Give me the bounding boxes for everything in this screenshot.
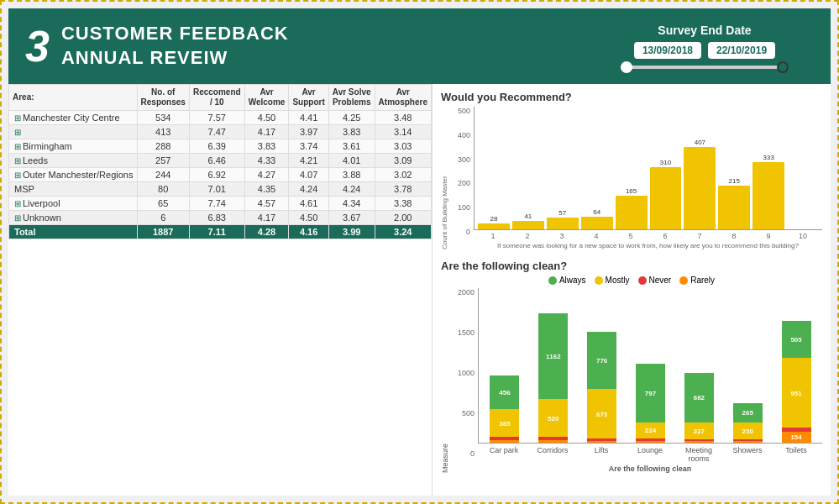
responses-cell: 413 (137, 125, 189, 139)
header: 3 CUSTOMER FEEDBACK ANNUAL REVEIW Survey… (8, 8, 831, 84)
solve-cell: 3.61 (328, 139, 375, 154)
rec-x-label: 9 (752, 232, 784, 240)
welcome-cell: 4.57 (244, 197, 289, 211)
legend-color (548, 276, 557, 285)
area-cell: ⊞Liverpool (9, 197, 138, 211)
rec-bar (718, 186, 750, 229)
rec-x-title: If someone was looking for a new space t… (474, 242, 822, 249)
rec-bar-group: 57 (547, 209, 579, 229)
legend-label: Always (559, 276, 586, 285)
col-responses: No. ofResponses (137, 85, 189, 111)
total-label: Total (9, 225, 138, 239)
bar-segment-always: 776 (587, 332, 616, 389)
support-cell: 4.50 (289, 211, 328, 225)
rec-x-label: 1 (477, 232, 509, 240)
solve-cell: 3.83 (328, 125, 375, 139)
rec-bar-value: 407 (695, 139, 705, 146)
bar-segment-label: 1162 (538, 353, 568, 360)
date-pills: 13/09/2018 22/10/2019 (595, 42, 814, 59)
rec-bar (478, 223, 510, 229)
stacked-bar: 227682 (684, 373, 714, 443)
logo-section: 3 CUSTOMER FEEDBACK ANNUAL REVEIW (25, 22, 289, 70)
date-slider[interactable] (621, 66, 789, 69)
rec-bars: 28 41 57 64 165 310 407 215 333 (474, 107, 822, 230)
rec-bar-value: 333 (763, 154, 774, 161)
clean-x-label: Lounge (629, 446, 671, 463)
welcome-cell: 4.17 (244, 125, 289, 139)
clean-bar-group: 385456 (484, 375, 526, 443)
atmosphere-cell: 3.78 (375, 182, 431, 197)
bar-segment-label: 224 (636, 427, 665, 434)
rec-bar (684, 147, 716, 229)
rec-x-label: 7 (684, 232, 716, 240)
atmosphere-cell: 3.38 (375, 197, 431, 211)
bar-segment-never (782, 428, 811, 431)
clean-x-label: Car park (483, 446, 525, 463)
bar-segment-label: 520 (538, 414, 568, 422)
atmosphere-cell: 3.03 (375, 139, 431, 154)
rec-bar-value: 165 (626, 187, 637, 195)
total-recommend: 7.11 (189, 225, 244, 239)
date-from[interactable]: 13/09/2018 (634, 42, 701, 59)
bar-segment-label: 456 (490, 388, 519, 396)
solve-cell: 4.34 (328, 197, 375, 211)
bar-segment-label: 776 (587, 357, 616, 365)
bar-segment-mostly: 230 (733, 423, 763, 439)
legend-item: Always (548, 276, 586, 285)
col-area: Area: (9, 85, 138, 111)
rec-bar-group: 215 (718, 177, 750, 229)
stacked-bar: 224797 (636, 364, 665, 443)
welcome-cell: 3.83 (244, 139, 289, 154)
date-to[interactable]: 22/10/2019 (708, 42, 775, 59)
support-cell: 4.07 (289, 168, 328, 182)
stacked-bar: 154951505 (782, 321, 811, 443)
bar-segment-mostly: 224 (636, 423, 665, 439)
atmosphere-cell: 2.00 (375, 211, 431, 225)
clean-bar-group: 230265 (726, 403, 768, 443)
bar-segment-mostly: 227 (684, 423, 714, 439)
rec-bar-value: 57 (558, 209, 566, 217)
recommend-cell: 7.74 (189, 197, 244, 211)
rec-y-title: Count of Building Master (441, 107, 448, 249)
slider-thumb-right[interactable] (777, 61, 789, 73)
data-table-panel: Area: No. ofResponses Reccomend/ 10 AvrW… (8, 84, 433, 496)
bar-segment-label: 505 (782, 335, 811, 343)
col-solve: Avr SolveProblems (328, 85, 375, 111)
data-table: Area: No. ofResponses Reccomend/ 10 AvrW… (8, 84, 432, 239)
welcome-cell: 4.50 (244, 111, 289, 125)
clean-chart-with-yaxis: Measure 2000 1500 1000 500 0 38545652011… (441, 288, 822, 473)
bar-segment-rarely: 154 (782, 432, 811, 443)
recommend-chart-title: Would you Recommend? (441, 91, 822, 103)
recommend-cell: 6.92 (189, 168, 244, 182)
clean-bar-group: 154951505 (775, 321, 817, 443)
rec-bar (581, 217, 613, 229)
bar-segment-mostly: 385 (490, 409, 519, 438)
clean-bar-group: 673776 (581, 332, 623, 443)
rec-bar-value: 64 (593, 208, 600, 216)
bar-segment-label: 797 (636, 389, 665, 396)
rec-bar (752, 162, 784, 229)
title-line1: CUSTOMER FEEDBACK ANNUAL REVEIW (61, 22, 289, 70)
welcome-cell: 4.33 (244, 154, 289, 168)
bar-segment-mostly: 520 (538, 399, 568, 438)
support-cell: 4.41 (289, 111, 328, 125)
atmosphere-cell: 3.48 (375, 111, 431, 125)
solve-cell: 4.25 (328, 111, 375, 125)
recommend-cell: 6.83 (189, 211, 244, 225)
bar-segment-label: 230 (733, 428, 763, 435)
clean-bar-group: 227682 (678, 373, 720, 443)
table-row: ⊞Leeds 257 6.46 4.33 4.21 4.01 3.09 (9, 154, 432, 168)
slider-thumb-left[interactable] (621, 61, 632, 73)
rec-x-label: 2 (511, 232, 543, 240)
clean-y-axis: 2000 1500 1000 500 0 (451, 288, 478, 473)
total-solve: 3.99 (328, 225, 375, 239)
legend-item: Mostly (595, 276, 630, 285)
responses-cell: 244 (137, 168, 189, 182)
bar-segment-label: 265 (733, 409, 763, 417)
rec-bar-group: 64 (581, 208, 613, 229)
rec-x-label: 5 (615, 232, 647, 240)
stacked-bar: 5201162 (538, 313, 568, 443)
survey-end-label: Survey End Date (595, 24, 814, 37)
solve-cell: 4.24 (328, 182, 375, 197)
table-row: ⊞ 413 7.47 4.17 3.97 3.83 3.14 (9, 125, 432, 139)
